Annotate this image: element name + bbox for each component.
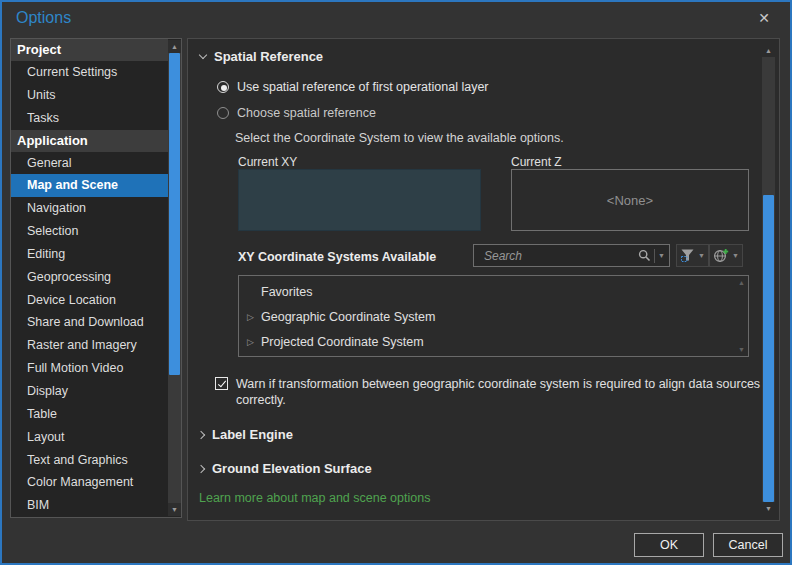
sidebar-item-tasks[interactable]: Tasks — [11, 107, 168, 130]
sidebar-item-geoprocessing[interactable]: Geoprocessing — [11, 266, 168, 289]
sidebar-section-application: Application — [11, 130, 168, 152]
sidebar-item-units[interactable]: Units — [11, 84, 168, 107]
sidebar-item-bim[interactable]: BIM — [11, 494, 168, 517]
list-item-geographic-coordinate-system[interactable]: ▷ Geographic Coordinate System — [239, 304, 748, 329]
settings-panel: Spatial Reference Use spatial reference … — [187, 38, 780, 521]
window-title: Options — [16, 9, 71, 27]
filter-dropdown-icon: ▼ — [698, 251, 705, 261]
chevron-right-icon — [197, 464, 205, 472]
close-icon[interactable]: ✕ — [758, 9, 770, 27]
spatial-reference-globe-button[interactable]: ▼ — [709, 244, 743, 267]
globe-add-icon — [713, 248, 729, 264]
globe-dropdown-icon: ▼ — [732, 251, 739, 261]
section-spatial-reference[interactable]: Spatial Reference — [200, 49, 323, 64]
section-title: Spatial Reference — [214, 49, 323, 64]
cancel-button[interactable]: Cancel — [713, 533, 783, 557]
expand-icon[interactable]: ▷ — [247, 312, 255, 322]
coordinate-systems-list: Favorites ▷ Geographic Coordinate System… — [238, 275, 749, 357]
divider — [654, 249, 655, 263]
sidebar-item-navigation[interactable]: Navigation — [11, 197, 168, 220]
sidebar-list: Project Current Settings Units Tasks App… — [11, 39, 168, 517]
sidebar-section-project: Project — [11, 39, 168, 61]
xy-available-label: XY Coordinate Systems Available — [238, 250, 436, 264]
sidebar-scrollbar[interactable]: ▲ ▼ — [168, 40, 181, 516]
section-title: Label Engine — [212, 427, 293, 442]
sidebar-item-raster-and-imagery[interactable]: Raster and Imagery — [11, 334, 168, 357]
list-item-label: Geographic Coordinate System — [261, 310, 435, 324]
sidebar-item-selection[interactable]: Selection — [11, 220, 168, 243]
chevron-down-icon — [199, 50, 207, 58]
sidebar-scroll-track[interactable] — [168, 53, 181, 503]
list-scroll-down-icon[interactable]: ▼ — [738, 346, 745, 353]
coordinate-system-hint: Select the Coordinate System to view the… — [235, 131, 564, 145]
list-scroll-up-icon[interactable]: ▲ — [738, 279, 745, 286]
sidebar-item-layout[interactable]: Layout — [11, 426, 168, 449]
chevron-right-icon — [197, 430, 205, 438]
filter-icon — [680, 248, 695, 263]
sidebar-item-map-and-scene[interactable]: Map and Scene — [11, 174, 168, 197]
scroll-up-icon[interactable]: ▲ — [762, 44, 775, 57]
section-title: Ground Elevation Surface — [212, 461, 372, 476]
current-z-label: Current Z — [511, 155, 562, 169]
filter-button[interactable]: ▼ — [676, 244, 709, 267]
search-icon — [638, 249, 651, 262]
current-xy-label: Current XY — [238, 155, 297, 169]
section-ground-elevation-surface[interactable]: Ground Elevation Surface — [200, 461, 372, 476]
sidebar-item-text-and-graphics[interactable]: Text and Graphics — [11, 449, 168, 472]
radio-label: Use spatial reference of first operation… — [237, 80, 489, 94]
panel-scroll-track[interactable] — [762, 57, 775, 502]
warn-transformation-row[interactable]: Warn if transformation between geographi… — [215, 376, 784, 408]
radio-choose-spatial-reference[interactable]: Choose spatial reference — [217, 106, 376, 120]
scroll-down-icon[interactable]: ▼ — [168, 503, 181, 516]
warn-transformation-label: Warn if transformation between geographi… — [236, 376, 784, 408]
radio-selected-icon — [217, 81, 229, 93]
sidebar-item-general[interactable]: General — [11, 152, 168, 175]
panel-scrollbar[interactable]: ▲ ▼ — [762, 44, 775, 515]
sidebar-item-share-and-download[interactable]: Share and Download — [11, 311, 168, 334]
expand-icon[interactable]: ▷ — [247, 337, 255, 347]
ok-button[interactable]: OK — [634, 533, 704, 557]
panel-scroll-thumb[interactable] — [763, 195, 774, 502]
check-mark — [217, 378, 225, 387]
sidebar-item-color-management[interactable]: Color Management — [11, 471, 168, 494]
current-xy-box — [238, 169, 481, 231]
list-item-projected-coordinate-system[interactable]: ▷ Projected Coordinate System — [239, 329, 748, 354]
sidebar-item-editing[interactable]: Editing — [11, 243, 168, 266]
list-item-favorites[interactable]: Favorites — [239, 279, 748, 304]
checkbox-checked-icon[interactable] — [215, 377, 228, 390]
learn-more-link[interactable]: Learn more about map and scene options — [199, 491, 430, 505]
sidebar: Project Current Settings Units Tasks App… — [10, 38, 182, 518]
radio-first-operational-layer[interactable]: Use spatial reference of first operation… — [217, 80, 489, 94]
radio-label: Choose spatial reference — [237, 106, 376, 120]
scroll-up-icon[interactable]: ▲ — [168, 40, 181, 53]
list-item-label: Favorites — [261, 285, 312, 299]
sidebar-scroll-thumb[interactable] — [169, 53, 180, 375]
sidebar-item-display[interactable]: Display — [11, 380, 168, 403]
list-item-label: Projected Coordinate System — [261, 335, 424, 349]
sidebar-item-full-motion-video[interactable]: Full Motion Video — [11, 357, 168, 380]
section-label-engine[interactable]: Label Engine — [200, 427, 293, 442]
sidebar-item-current-settings[interactable]: Current Settings — [11, 61, 168, 84]
sidebar-item-table[interactable]: Table — [11, 403, 168, 426]
options-dialog: Options ✕ Project Current Settings Units… — [0, 0, 792, 565]
scroll-down-icon[interactable]: ▼ — [762, 502, 775, 515]
current-z-value: <None> — [607, 193, 653, 208]
search-dropdown-icon[interactable]: ▼ — [658, 251, 665, 261]
radio-unselected-icon — [217, 107, 229, 119]
current-z-box: <None> — [511, 169, 749, 231]
search-box: ▼ — [473, 244, 670, 267]
sidebar-item-device-location[interactable]: Device Location — [11, 289, 168, 312]
search-input[interactable] — [482, 248, 638, 264]
title-bar: Options ✕ — [2, 2, 790, 36]
